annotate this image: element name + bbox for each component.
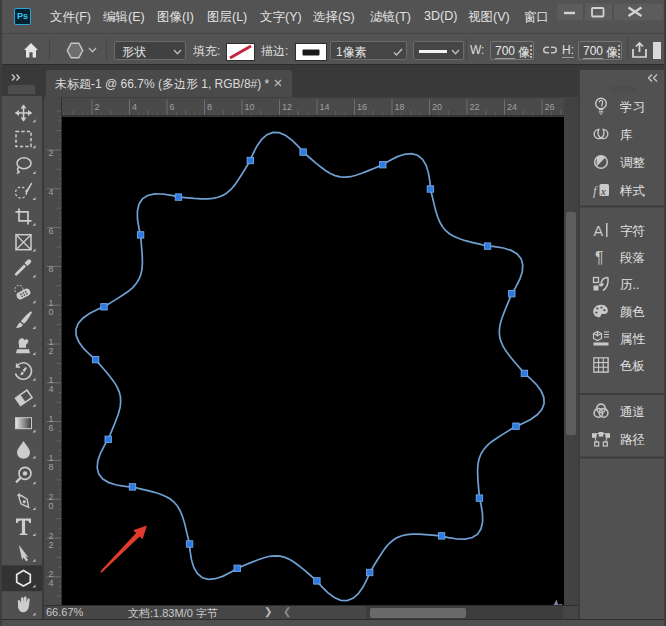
svg-text:6: 6 bbox=[170, 102, 175, 112]
svg-text:26: 26 bbox=[545, 102, 555, 112]
svg-text:4: 4 bbox=[132, 102, 137, 112]
svg-text:6: 6 bbox=[49, 423, 54, 433]
svg-text:¶: ¶ bbox=[595, 249, 604, 266]
svg-text:历..: 历.. bbox=[620, 278, 639, 292]
svg-text:段落: 段落 bbox=[620, 251, 645, 265]
svg-text:12: 12 bbox=[282, 102, 292, 112]
svg-text:f: f bbox=[593, 183, 599, 198]
svg-text:字符: 字符 bbox=[620, 224, 645, 238]
svg-text:0: 0 bbox=[49, 307, 54, 317]
svg-text:2: 2 bbox=[95, 102, 100, 112]
svg-text:属性: 属性 bbox=[620, 332, 646, 346]
svg-text:2: 2 bbox=[49, 540, 54, 550]
svg-text:24: 24 bbox=[507, 102, 517, 112]
svg-text:2: 2 bbox=[49, 346, 54, 356]
svg-text:18: 18 bbox=[395, 102, 405, 112]
svg-text:8: 8 bbox=[207, 102, 212, 112]
svg-text:4: 4 bbox=[49, 187, 54, 197]
svg-text:0: 0 bbox=[49, 501, 54, 511]
svg-text:学习: 学习 bbox=[620, 100, 645, 114]
svg-text:通道: 通道 bbox=[620, 405, 645, 419]
svg-text:调整: 调整 bbox=[620, 156, 645, 170]
svg-text:2: 2 bbox=[49, 148, 54, 158]
svg-text:库: 库 bbox=[620, 128, 633, 142]
svg-text:样式: 样式 bbox=[619, 184, 646, 198]
svg-text:10: 10 bbox=[245, 102, 255, 112]
svg-text:A: A bbox=[594, 223, 604, 239]
svg-text:x: x bbox=[600, 185, 606, 197]
svg-text:4: 4 bbox=[49, 578, 54, 588]
svg-text:8: 8 bbox=[49, 264, 54, 274]
svg-text:路径: 路径 bbox=[620, 433, 645, 447]
svg-text:20: 20 bbox=[432, 102, 442, 112]
svg-text:14: 14 bbox=[320, 102, 330, 112]
svg-text:色板: 色板 bbox=[619, 359, 645, 373]
svg-text:4: 4 bbox=[49, 384, 54, 394]
svg-text:22: 22 bbox=[470, 102, 480, 112]
svg-text:颜色: 颜色 bbox=[620, 305, 645, 319]
svg-text:8: 8 bbox=[49, 462, 54, 472]
svg-text:6: 6 bbox=[49, 226, 54, 236]
svg-text:16: 16 bbox=[357, 102, 367, 112]
